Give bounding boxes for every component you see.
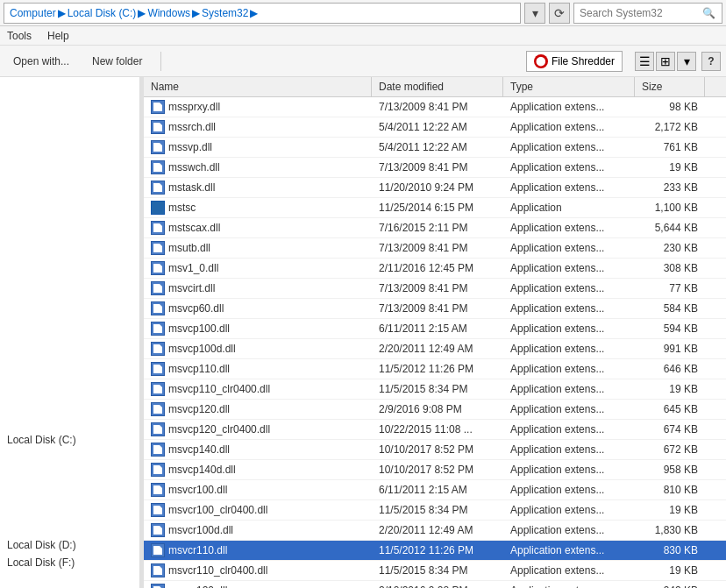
file-shredder-button[interactable]: ⬤ File Shredder xyxy=(526,51,623,72)
table-row[interactable]: msvcirt.dll7/13/2009 8:41 PMApplication … xyxy=(144,279,726,299)
file-name: msvcr100_clr0400.dll xyxy=(168,504,267,516)
dll-icon xyxy=(151,100,165,114)
path-windows[interactable]: Windows xyxy=(147,7,190,19)
dll-icon xyxy=(151,483,165,497)
help-button[interactable]: ? xyxy=(701,52,721,71)
view-list-btn[interactable]: ☰ xyxy=(635,52,654,71)
dll-icon xyxy=(151,422,165,436)
cell-name: mstsc xyxy=(144,198,372,217)
cell-size: 77 KB xyxy=(635,280,705,297)
view-dropdown-btn[interactable]: ▾ xyxy=(677,52,696,71)
file-name: mstask.dll xyxy=(168,181,215,194)
cell-size: 19 KB xyxy=(635,380,705,398)
dll-icon xyxy=(151,221,165,235)
table-row[interactable]: msvcp110_clr0400.dll11/5/2015 8:34 PMApp… xyxy=(144,379,726,400)
cell-name: msvcr110_clr0400.dll xyxy=(144,561,372,580)
table-row[interactable]: msvcr100_clr0400.dll11/5/2015 8:34 PMApp… xyxy=(144,500,726,521)
table-row[interactable]: mstask.dll11/20/2010 9:24 PMApplication … xyxy=(144,178,726,198)
cell-size: 810 KB xyxy=(635,481,705,499)
cell-date: 10/10/2017 8:52 PM xyxy=(372,461,503,478)
table-row[interactable]: msvcp120_clr0400.dll10/22/2015 11:08 ...… xyxy=(144,420,726,440)
path-sep-1: ▶ xyxy=(58,7,66,19)
table-row[interactable]: msutb.dll7/13/2009 8:41 PMApplication ex… xyxy=(144,238,726,259)
cell-type: Application extens... xyxy=(503,380,635,398)
file-name: msvcp140d.dll xyxy=(168,464,236,476)
file-name: mstsc xyxy=(168,202,196,214)
path-local-disk-c[interactable]: Local Disk (C:) xyxy=(68,7,137,19)
dll-icon xyxy=(151,342,165,356)
table-row[interactable]: mssprxy.dll7/13/2009 8:41 PMApplication … xyxy=(144,97,726,117)
table-row[interactable]: msswch.dll7/13/2009 8:41 PMApplication e… xyxy=(144,158,726,178)
cell-size: 958 KB xyxy=(635,461,705,478)
search-input[interactable] xyxy=(580,7,702,19)
col-header-name[interactable]: Name xyxy=(144,77,372,96)
cell-size: 5,644 KB xyxy=(635,219,705,237)
path-sep-2: ▶ xyxy=(138,7,146,19)
file-list-header: Name Date modified Type Size xyxy=(144,77,726,97)
cell-name: msutb.dll xyxy=(144,238,372,258)
table-row[interactable]: mssvp.dll5/4/2011 12:22 AMApplication ex… xyxy=(144,138,726,158)
cell-type: Application extens... xyxy=(503,542,635,559)
cell-type: Application extens... xyxy=(503,219,635,237)
table-row[interactable]: msvcp110.dll11/5/2012 11:26 PMApplicatio… xyxy=(144,359,726,379)
dll-icon xyxy=(151,563,165,577)
open-with-button[interactable]: Open with... xyxy=(5,52,77,71)
table-row[interactable]: msvcr110.dll11/5/2012 11:26 PMApplicatio… xyxy=(144,541,726,561)
menu-help[interactable]: Help xyxy=(44,29,73,43)
table-row[interactable]: msvcr110_clr0400.dll11/5/2015 8:34 PMApp… xyxy=(144,561,726,581)
cell-date: 7/13/2009 8:41 PM xyxy=(372,239,503,257)
address-dropdown-btn[interactable]: ▾ xyxy=(524,3,545,24)
dll-icon xyxy=(151,543,165,557)
cell-date: 5/4/2011 12:22 AM xyxy=(372,138,503,156)
cell-date: 2/10/2016 9:08 PM xyxy=(372,582,503,588)
col-header-date[interactable]: Date modified xyxy=(372,77,503,96)
dll-icon xyxy=(151,301,165,315)
table-row[interactable]: mstscax.dll7/16/2015 2:11 PMApplication … xyxy=(144,218,726,238)
file-name: msvcp100.dll xyxy=(168,322,230,335)
col-header-type[interactable]: Type xyxy=(503,77,635,96)
table-row[interactable]: msvcp100d.dll2/20/2011 12:49 AMApplicati… xyxy=(144,339,726,359)
cell-type: Application extens... xyxy=(503,280,635,297)
table-row[interactable]: mssrch.dll5/4/2011 12:22 AMApplication e… xyxy=(144,117,726,138)
path-computer[interactable]: Computer xyxy=(10,7,56,19)
cell-date: 11/25/2014 6:15 PM xyxy=(372,199,503,216)
cell-size: 674 KB xyxy=(635,421,705,438)
table-row[interactable]: msvcp140d.dll10/10/2017 8:52 PMApplicati… xyxy=(144,460,726,480)
cell-date: 11/5/2015 8:34 PM xyxy=(372,501,503,519)
col-header-size[interactable]: Size xyxy=(635,77,705,96)
table-row[interactable]: msvcr100.dll6/11/2011 2:15 AMApplication… xyxy=(144,480,726,500)
table-row[interactable]: msvcp140.dll10/10/2017 8:52 PMApplicatio… xyxy=(144,440,726,460)
file-name: msvcr100d.dll xyxy=(168,524,233,536)
refresh-btn[interactable]: ⟳ xyxy=(549,3,570,24)
table-row[interactable]: msv1_0.dll2/11/2016 12:45 PMApplication … xyxy=(144,259,726,279)
dll-icon xyxy=(151,241,165,255)
main-layout: Local Disk (C:) Local Disk (D:) Local Di… xyxy=(0,77,726,588)
cell-size: 19 KB xyxy=(635,501,705,519)
view-details-btn[interactable]: ⊞ xyxy=(656,52,675,71)
address-bar: Computer ▶ Local Disk (C:) ▶ Windows ▶ S… xyxy=(0,0,726,26)
new-folder-button[interactable]: New folder xyxy=(84,52,150,71)
search-box[interactable]: 🔍 xyxy=(573,3,722,24)
table-row[interactable]: msvcr100d.dll2/20/2011 12:49 AMApplicati… xyxy=(144,521,726,541)
sidebar-item-0[interactable]: Local Disk (C:) xyxy=(0,431,139,449)
cell-date: 7/16/2015 2:11 PM xyxy=(372,219,503,237)
menu-tools[interactable]: Tools xyxy=(4,29,35,43)
cell-name: msvcr120.dll xyxy=(144,581,372,588)
cell-name: msvcr100_clr0400.dll xyxy=(144,500,372,520)
cell-type: Application extens... xyxy=(503,562,635,579)
path-system32[interactable]: System32 xyxy=(202,7,248,19)
address-path[interactable]: Computer ▶ Local Disk (C:) ▶ Windows ▶ S… xyxy=(4,3,521,24)
cell-date: 5/4/2011 12:22 AM xyxy=(372,118,503,136)
cell-date: 11/5/2012 11:26 PM xyxy=(372,542,503,559)
table-row[interactable]: mstsc11/25/2014 6:15 PMApplication1,100 … xyxy=(144,198,726,218)
table-row[interactable]: msvcp60.dll7/13/2009 8:41 PMApplication … xyxy=(144,299,726,319)
cell-size: 645 KB xyxy=(635,400,705,418)
table-row[interactable]: msvcr120.dll2/10/2016 9:08 PMApplication… xyxy=(144,581,726,588)
cell-size: 584 KB xyxy=(635,300,705,317)
file-shredder-icon: ⬤ xyxy=(534,54,548,68)
sidebar-item-2[interactable]: Local Disk (F:) xyxy=(0,554,139,571)
table-row[interactable]: msvcp100.dll6/11/2011 2:15 AMApplication… xyxy=(144,319,726,339)
cell-size: 1,830 KB xyxy=(635,521,705,539)
sidebar-item-1[interactable]: Local Disk (D:) xyxy=(0,536,139,554)
table-row[interactable]: msvcp120.dll2/9/2016 9:08 PMApplication … xyxy=(144,400,726,420)
